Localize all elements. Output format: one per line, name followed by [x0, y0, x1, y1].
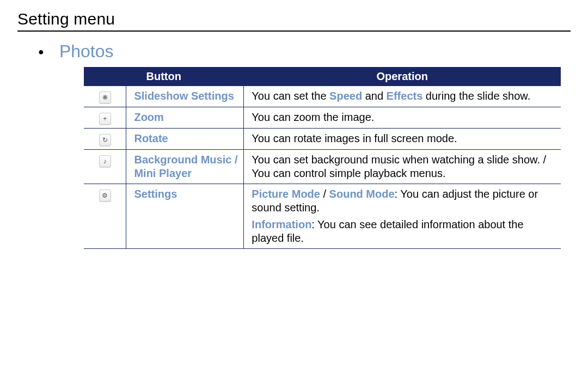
table-row: ♪Background Music / Mini PlayerYou can s…	[84, 150, 561, 184]
operation-cell: You can set background music when watchi…	[244, 150, 561, 184]
table-row: ↻RotateYou can rotate images in full scr…	[84, 129, 561, 150]
text-fragment: Information	[252, 218, 311, 230]
operation-cell: Picture Mode / Sound Mode: You can adjus…	[244, 184, 561, 249]
settings-icon: ⚙	[99, 190, 111, 202]
page-title: Setting menu	[17, 10, 571, 32]
text-fragment: Mini Player	[134, 167, 192, 179]
text-fragment: Effects	[387, 90, 423, 102]
text-fragment: You can rotate images in full screen mod…	[252, 132, 457, 144]
operation-paragraph: You can rotate images in full screen mod…	[252, 132, 555, 145]
text-fragment: You can set the	[252, 90, 329, 102]
rotate-icon: ↻	[99, 134, 111, 146]
operation-cell: You can zoom the image.	[244, 107, 561, 129]
text-fragment: You can set background music when watchi…	[252, 154, 546, 179]
operation-paragraph: You can zoom the image.	[252, 111, 555, 124]
section-title: Photos	[59, 41, 114, 62]
text-fragment: Speed	[329, 90, 362, 102]
button-icon-cell: ↻	[84, 129, 126, 150]
text-fragment: and	[362, 90, 386, 102]
section-header: ● Photos	[17, 41, 571, 62]
text-fragment: Picture Mode	[252, 188, 320, 200]
header-button: Button	[84, 67, 244, 86]
table-row: +ZoomYou can zoom the image.	[84, 107, 561, 129]
text-fragment: /	[320, 188, 329, 200]
operation-paragraph: You can set background music when watchi…	[252, 153, 555, 180]
slideshow-icon: ❋	[99, 92, 111, 103]
text-fragment: Rotate	[134, 132, 168, 144]
bullet-icon: ●	[38, 46, 44, 58]
text-fragment: Sound Mode	[329, 188, 395, 200]
operation-cell: You can rotate images in full screen mod…	[244, 129, 561, 150]
text-fragment: Zoom	[134, 111, 163, 123]
text-fragment: Settings	[134, 188, 177, 200]
photos-table: Button Operation ❋Slideshow SettingsYou …	[84, 67, 561, 249]
table-row: ❋Slideshow SettingsYou can set the Speed…	[84, 86, 561, 107]
button-icon-cell: +	[84, 107, 126, 129]
operation-cell: You can set the Speed and Effects during…	[244, 86, 561, 107]
operation-paragraph: Picture Mode / Sound Mode: You can adjus…	[252, 187, 555, 215]
button-icon-cell: ⚙	[84, 184, 126, 249]
zoom-icon: +	[99, 113, 111, 125]
text-fragment: Background Music	[134, 154, 231, 166]
text-fragment: /	[231, 154, 237, 166]
button-name-cell: Settings	[126, 184, 244, 249]
button-name-cell: Zoom	[126, 107, 244, 129]
button-icon-cell: ❋	[84, 86, 126, 107]
text-fragment: during the slide show.	[422, 90, 530, 102]
text-fragment: You can zoom the image.	[252, 111, 374, 123]
button-name-cell: Background Music / Mini Player	[126, 150, 244, 184]
button-icon-cell: ♪	[84, 150, 126, 184]
button-name-cell: Slideshow Settings	[126, 86, 244, 107]
operation-paragraph: Information: You can see detailed inform…	[252, 218, 555, 245]
operation-paragraph: You can set the Speed and Effects during…	[252, 89, 555, 103]
table-row: ⚙SettingsPicture Mode / Sound Mode: You …	[84, 184, 561, 249]
header-operation: Operation	[244, 67, 561, 86]
button-name-cell: Rotate	[126, 129, 244, 150]
music-icon: ♪	[99, 155, 111, 167]
text-fragment: Slideshow Settings	[134, 90, 234, 102]
